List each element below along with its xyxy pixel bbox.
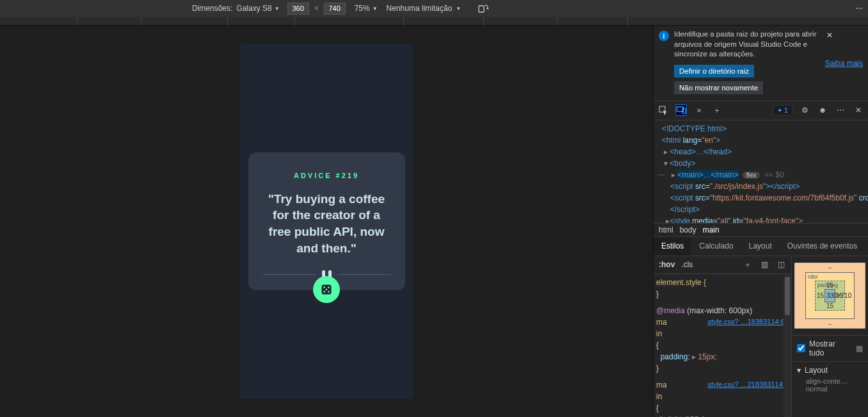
dom-breadcrumb: html body main: [654, 223, 868, 237]
styles-tabs: Estilos Calculado Layout Ouvintes de eve…: [654, 237, 868, 256]
show-all-checkbox[interactable]: [797, 344, 805, 352]
flex-overlay-icon[interactable]: ▥: [759, 259, 769, 270]
layout-section[interactable]: ▾Layout align-conte… normal: [792, 361, 868, 397]
filter-icon[interactable]: ▦: [856, 344, 863, 353]
bc-html[interactable]: html: [659, 225, 673, 234]
svg-rect-9: [682, 108, 686, 113]
set-root-button[interactable]: Definir o diretório raiz: [674, 65, 754, 78]
hov-toggle[interactable]: :hov: [659, 260, 675, 269]
feedback-icon[interactable]: ☻: [817, 104, 828, 116]
more-tabs-icon[interactable]: »: [693, 104, 705, 116]
cls-toggle[interactable]: .cls: [681, 260, 693, 269]
close-devtools-icon[interactable]: ✕: [853, 104, 864, 116]
infobar: i Identifique a pasta raiz do projeto pa…: [654, 26, 868, 101]
kebab-icon[interactable]: ⋯: [835, 104, 846, 116]
rotate-icon[interactable]: [478, 3, 489, 14]
svg-rect-0: [479, 6, 484, 12]
devtools-panel: i Identifique a pasta raiz do projeto pa…: [653, 26, 868, 417]
svg-point-2: [323, 287, 325, 289]
device-toolbar: Dimensões: Galaxy S8▼ × 75%▼ Nenhuma lim…: [0, 0, 868, 17]
ruler: [0, 17, 868, 26]
tab-computed[interactable]: Calculado: [691, 237, 741, 256]
devtools-tabstrip: » ＋ 1 ⚙ ☻ ⋯ ✕: [654, 101, 868, 120]
box-model[interactable]: – rder padding 15 15 15 15 330×710: [792, 256, 868, 335]
computed-toggle-icon[interactable]: ◫: [776, 259, 786, 270]
close-icon[interactable]: ✕: [825, 29, 834, 41]
throttle-dropdown[interactable]: Nenhuma limitação▼: [387, 4, 462, 13]
styles-sidebar: – rder padding 15 15 15 15 330×710: [791, 256, 868, 417]
issues-badge[interactable]: 1: [773, 105, 792, 115]
bc-main[interactable]: main: [703, 225, 719, 234]
svg-point-5: [323, 291, 325, 293]
device-mode-icon[interactable]: [675, 104, 687, 116]
infobar-message: Identifique a pasta raiz do projeto para…: [674, 29, 820, 60]
height-input[interactable]: [324, 3, 346, 15]
device-viewport: ADVICE #219 "Try buying a coffee for the…: [0, 26, 653, 417]
svg-point-4: [326, 289, 328, 291]
dimensions-label: Dimensões:: [192, 4, 232, 13]
source-link[interactable]: style.css? …18383114:82: [707, 316, 789, 327]
settings-icon[interactable]: ⚙: [799, 104, 810, 116]
show-all-toggle[interactable]: Mostrar tudo ▦: [792, 335, 868, 361]
add-tab-icon[interactable]: ＋: [711, 104, 723, 116]
advice-text: "Try buying a coffee for the creator of …: [262, 191, 391, 257]
bc-body[interactable]: body: [680, 225, 696, 234]
dice-icon: [320, 283, 333, 296]
scrollbar[interactable]: [784, 274, 791, 417]
svg-point-6: [328, 291, 330, 293]
dont-show-button[interactable]: Não mostrar novamente: [674, 81, 763, 94]
more-icon[interactable]: ⋯: [855, 4, 863, 13]
learn-more-link[interactable]: Saiba mais: [825, 59, 863, 68]
advice-card: ADVICE #219 "Try buying a coffee for the…: [248, 152, 405, 291]
dimension-separator: ×: [314, 4, 319, 13]
tab-styles[interactable]: Estilos: [654, 237, 691, 256]
source-link[interactable]: style.css? …218383114:7: [707, 379, 789, 390]
tab-layout[interactable]: Layout: [741, 237, 780, 256]
chevron-down-icon: ▼: [456, 6, 461, 12]
chevron-down-icon: ▾: [797, 366, 801, 375]
new-rule-icon[interactable]: ＋: [743, 259, 753, 270]
device-frame: ADVICE #219 "Try buying a coffee for the…: [240, 44, 413, 399]
tab-listeners[interactable]: Ouvintes de eventos: [780, 237, 865, 256]
styles-filter-bar: :hov .cls ＋ ▥ ◫: [654, 256, 791, 274]
zoom-dropdown[interactable]: 75%▼: [355, 4, 378, 13]
inspect-icon[interactable]: [657, 104, 669, 116]
dice-button[interactable]: [313, 276, 340, 303]
chevron-down-icon: ▼: [275, 6, 280, 12]
advice-number: ADVICE #219: [262, 172, 391, 179]
info-icon: i: [659, 31, 669, 41]
css-rules[interactable]: element.style { } @media (max-width: 600…: [654, 274, 791, 417]
device-dropdown[interactable]: Galaxy S8▼: [236, 4, 279, 13]
svg-point-3: [328, 287, 330, 289]
chevron-down-icon: ▼: [373, 6, 378, 12]
width-input[interactable]: [287, 3, 309, 15]
dom-tree[interactable]: <!DOCTYPE html> <html lang="en"> ▸ <head…: [654, 120, 868, 223]
